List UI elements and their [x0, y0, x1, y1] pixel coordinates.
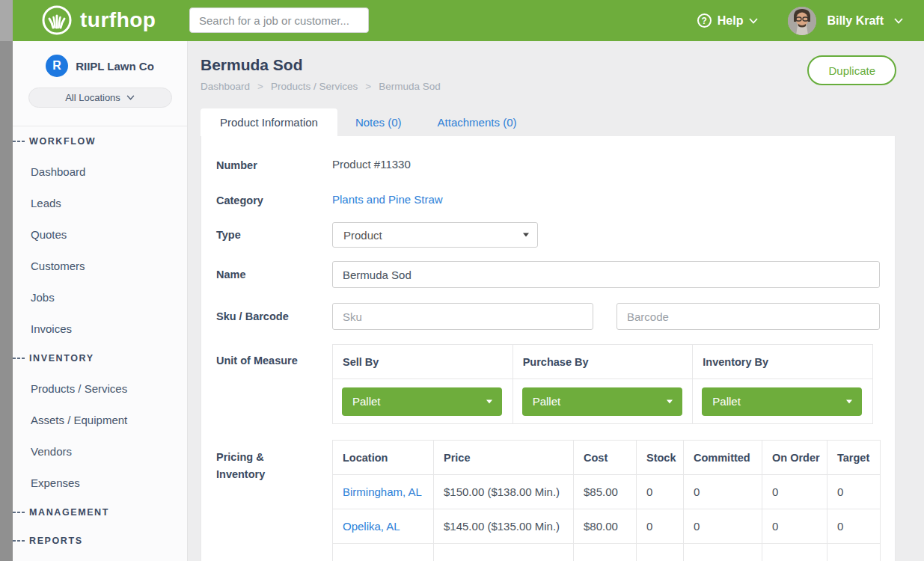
location-link-opelika[interactable]: Opelika, AL [333, 509, 434, 544]
pricing-col-on-order: On Order [762, 441, 827, 475]
section-dash-icon [13, 358, 25, 359]
unit-of-measure-table: Sell By Purchase By Inventory By Pallet … [332, 344, 873, 424]
location-filter-dropdown[interactable]: All Locations [28, 88, 172, 108]
sidebar-nav: WORKFLOW Dashboard Leads Quotes Customer… [13, 127, 187, 555]
sidebar-item-products-services[interactable]: Products / Services [13, 373, 187, 404]
location-link-birmingham[interactable]: Birmingham, AL [333, 475, 434, 509]
sku-input[interactable] [332, 303, 593, 330]
select-caret-icon [523, 233, 529, 237]
tab-notes[interactable]: Notes (0) [337, 108, 420, 136]
price-cell: $150.00 ($138.00 Min.) [434, 475, 574, 509]
sidebar-item-invoices[interactable]: Invoices [13, 313, 187, 344]
dropdown-caret-icon [486, 399, 492, 403]
breadcrumb-current: Bermuda Sod [379, 81, 441, 92]
sidebar-item-customers[interactable]: Customers [13, 250, 187, 281]
pricing-col-committed: Committed [684, 441, 762, 475]
sidebar: R RIIPL Lawn Co All Locations WORKFLOW D… [13, 41, 188, 561]
breadcrumb-separator: > [365, 81, 371, 92]
sidebar-item-leads[interactable]: Leads [13, 187, 187, 218]
dropdown-caret-icon [846, 399, 852, 403]
tab-attachments[interactable]: Attachments (0) [420, 108, 535, 136]
main-content: Bermuda Sod Dashboard > Products / Servi… [188, 41, 924, 561]
tab-product-information[interactable]: Product Information [201, 108, 337, 136]
section-dash-icon [13, 512, 25, 513]
user-avatar[interactable] [788, 7, 816, 35]
stock-cell: 0 [637, 509, 684, 544]
target-cell: 0 [827, 475, 881, 509]
product-information-panel: Number Product #11330 Category Plants an… [201, 136, 896, 561]
stock-cell: 0 [637, 475, 684, 509]
sidebar-item-vendors[interactable]: Vendors [13, 435, 187, 467]
name-label: Name [216, 269, 332, 280]
user-name[interactable]: Billy Kraft [827, 14, 884, 28]
category-label: Category [216, 193, 332, 206]
uom-col-inventory-by: Inventory By [693, 345, 873, 379]
chevron-down-icon[interactable] [894, 18, 903, 24]
company-name: RIIPL Lawn Co [76, 60, 154, 73]
table-row: Birmingham, AL $150.00 ($138.00 Min.) $8… [333, 475, 881, 509]
price-cell: $145.00 ($135.00 Min.) [434, 509, 574, 544]
uom-col-sell-by: Sell By [333, 345, 513, 379]
inventory-by-dropdown[interactable]: Pallet [702, 387, 862, 416]
breadcrumb-separator: > [257, 81, 263, 92]
purchase-by-dropdown[interactable]: Pallet [522, 387, 682, 416]
help-menu[interactable]: ? Help [697, 13, 759, 28]
pricing-col-stock: Stock [637, 441, 684, 475]
company-logo: R [46, 55, 68, 77]
turfhop-grass-icon [41, 4, 73, 36]
sidebar-section-inventory[interactable]: INVENTORY [13, 344, 187, 373]
sku-barcode-label: Sku / Barcode [216, 310, 332, 322]
location-filter-label: All Locations [65, 92, 120, 103]
committed-cell: 0 [684, 475, 762, 509]
pricing-inventory-table: Location Price Cost Stock Committed On O… [332, 440, 881, 561]
breadcrumb-products-services[interactable]: Products / Services [271, 81, 358, 92]
table-row: Opelika, AL $145.00 ($135.00 Min.) $80.0… [333, 509, 881, 544]
category-link[interactable]: Plants and Pine Straw [332, 193, 443, 206]
pricing-inventory-label: Pricing & Inventory [216, 440, 332, 561]
pricing-col-target: Target [827, 441, 881, 475]
on-order-cell: 0 [762, 509, 827, 544]
sidebar-item-expenses[interactable]: Expenses [13, 467, 187, 498]
chevron-down-icon [126, 95, 135, 100]
type-select[interactable]: Product [332, 222, 538, 248]
sell-by-dropdown[interactable]: Pallet [342, 387, 502, 416]
pricing-col-cost: Cost [574, 441, 637, 475]
section-dash-icon [13, 141, 25, 142]
pricing-col-price: Price [434, 441, 574, 475]
committed-cell: 0 [684, 509, 762, 544]
name-input[interactable] [332, 261, 880, 288]
tab-bar: Product Information Notes (0) Attachment… [201, 108, 924, 136]
dropdown-caret-icon [667, 399, 673, 403]
sidebar-section-reports[interactable]: REPORTS [13, 527, 187, 555]
uom-col-purchase-by: Purchase By [513, 345, 693, 379]
cost-cell: $80.00 [574, 509, 637, 544]
on-order-cell: 0 [762, 475, 827, 509]
window-edge-strip [0, 0, 13, 561]
company-row[interactable]: R RIIPL Lawn Co [13, 55, 187, 77]
sidebar-item-dashboard[interactable]: Dashboard [13, 156, 187, 187]
sidebar-divider [13, 126, 187, 126]
top-header-bar: turfhop ? Help Billy Kraft [13, 0, 924, 41]
brand-name: turfhop [80, 8, 156, 32]
sidebar-item-quotes[interactable]: Quotes [13, 218, 187, 250]
table-row-clipped [333, 544, 881, 561]
sidebar-item-assets-equipment[interactable]: Assets / Equipment [13, 404, 187, 435]
number-label: Number [216, 158, 332, 171]
type-select-value: Product [343, 229, 382, 242]
global-search-input[interactable] [189, 7, 369, 33]
number-value: Product #11330 [332, 158, 411, 171]
uom-label: Unit of Measure [216, 344, 332, 424]
duplicate-button[interactable]: Duplicate [807, 55, 896, 85]
chevron-down-icon [749, 18, 758, 24]
sidebar-item-jobs[interactable]: Jobs [13, 281, 187, 313]
type-label: Type [216, 229, 332, 241]
breadcrumb-dashboard[interactable]: Dashboard [201, 81, 250, 92]
help-label: Help [718, 14, 744, 28]
sidebar-section-management[interactable]: MANAGEMENT [13, 498, 187, 527]
brand-logo[interactable]: turfhop [41, 4, 156, 36]
barcode-input[interactable] [616, 303, 880, 330]
cost-cell: $85.00 [574, 475, 637, 509]
target-cell: 0 [827, 509, 881, 544]
help-icon: ? [697, 13, 712, 28]
sidebar-section-workflow[interactable]: WORKFLOW [13, 127, 187, 156]
